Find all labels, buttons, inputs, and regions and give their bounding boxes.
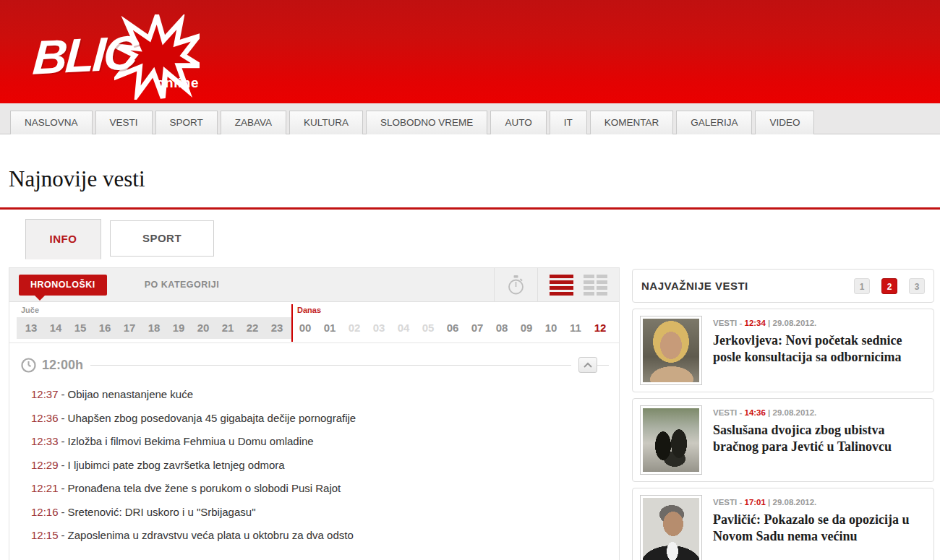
main-navigation: NASLOVNA VESTI SPORT ZABAVA KULTURA SLOB… <box>0 103 940 134</box>
hour-label: 00 <box>299 322 312 334</box>
timeline-hour[interactable]: 22 <box>240 317 265 339</box>
timeline-hour[interactable]: 08 <box>490 317 514 339</box>
news-title: Sretenović: DRI uskoro i u "Srbijagasu" <box>68 506 256 518</box>
timeline-hour[interactable]: 06 <box>440 317 465 339</box>
nav-item[interactable]: SLOBODNO VREME <box>366 111 487 134</box>
pagination-button[interactable]: 2 <box>881 278 897 294</box>
timeline-hour[interactable]: 13 <box>19 317 43 339</box>
hour-label: 21 <box>222 322 234 334</box>
news-separator: - <box>61 412 65 424</box>
latest-news-panel: HRONOLOŠKI PO KATEGORIJI <box>9 267 620 560</box>
timeline-hour[interactable]: 19 <box>166 317 191 339</box>
nav-item[interactable]: VESTI <box>95 111 153 134</box>
nav-item[interactable]: VIDEO <box>755 111 814 134</box>
news-title: Izložba i filmovi Bekima Fehmiua u Domu … <box>68 435 314 447</box>
news-item-link[interactable]: 12:16-Sretenović: DRI uskoro i u "Srbija… <box>31 506 619 519</box>
blic-logo[interactable]: BLIC online <box>33 16 207 95</box>
nav-item[interactable]: GALERIJA <box>676 111 752 134</box>
nav-item[interactable]: SPORT <box>155 111 218 134</box>
single-column-view-icon[interactable] <box>550 272 573 298</box>
sidebar-pagination: 1 2 3 <box>854 278 925 294</box>
sidebar-news-item[interactable]: VESTI - 17:01 | 29.08.2012. Pavličić: Po… <box>632 488 934 560</box>
timeline-hour[interactable]: 21 <box>215 317 240 339</box>
nav-item[interactable]: KULTURA <box>289 111 363 134</box>
nav-item-label: SPORT <box>170 117 203 128</box>
today-hours: 00 01 02 03 04 05 06 07 08 09 <box>293 317 612 339</box>
content-tab[interactable]: SPORT <box>110 220 214 257</box>
news-item-link[interactable]: 12:33-Izložba i filmovi Bekima Fehmiua u… <box>31 435 619 448</box>
meta-pipe-separator: | <box>768 498 770 507</box>
meta-dash-separator: - <box>739 319 742 327</box>
nav-item[interactable]: KOMENTAR <box>590 111 674 134</box>
timeline-hour[interactable]: 18 <box>142 317 166 339</box>
news-thumbnail-image <box>643 319 699 382</box>
news-headline-link[interactable]: Pavličić: Pokazalo se da opozicija u Nov… <box>713 512 926 545</box>
timeline-hour[interactable]: 11 <box>563 317 588 339</box>
nav-item[interactable]: AUTO <box>490 111 546 134</box>
news-meta: VESTI - 12:34 | 29.08.2012. <box>713 319 926 327</box>
nav-item[interactable]: NASLOVNA <box>10 111 93 134</box>
news-item-link[interactable]: 12:29-I ljubimci pate zbog završetka let… <box>31 459 619 472</box>
news-time: 12:33 <box>31 435 59 447</box>
logo-suffix-text: online <box>156 75 199 91</box>
news-thumbnail-image <box>643 498 699 560</box>
yesterday-label: Juče <box>17 306 291 317</box>
news-title: Obijao nenastanjene kuće <box>68 388 193 400</box>
pagination-button[interactable]: 3 <box>909 278 925 294</box>
nav-item[interactable]: IT <box>550 111 587 134</box>
stopwatch-icon[interactable] <box>506 275 526 296</box>
news-headline-link[interactable]: Jerkovljeva: Novi početak sednice posle … <box>713 332 926 366</box>
news-item-link[interactable]: 12:15-Zaposlenima u zdravstvu veća plata… <box>31 529 619 542</box>
news-time: 12:29 <box>31 459 59 471</box>
chronological-label: HRONOLOŠKI <box>30 280 95 290</box>
timeline-hour[interactable]: 17 <box>117 317 142 339</box>
news-headline-link[interactable]: Saslušana dvojica zbog ubistva bračnog p… <box>713 422 926 455</box>
news-category: VESTI <box>713 408 737 417</box>
timeline-hour[interactable]: 09 <box>514 317 539 339</box>
timeline-hour: 04 <box>391 317 416 339</box>
hour-label: 05 <box>422 322 435 334</box>
collapse-group-button[interactable] <box>578 357 597 373</box>
timer-cell <box>494 268 537 301</box>
hour-label: 09 <box>521 322 533 334</box>
hour-label: 19 <box>173 322 185 334</box>
timeline-hour[interactable]: 07 <box>465 317 490 339</box>
timeline-hour[interactable]: 01 <box>317 317 342 339</box>
sidebar-news-item[interactable]: VESTI - 14:36 | 29.08.2012. Saslušana dv… <box>632 398 934 482</box>
sidebar-item-body: VESTI - 14:36 | 29.08.2012. Saslušana dv… <box>713 405 926 475</box>
timeline-hour[interactable]: 12 <box>588 317 612 339</box>
hour-label: 04 <box>398 322 410 334</box>
view-toggle-cell <box>537 268 619 301</box>
hour-label: 08 <box>496 322 508 334</box>
content-tab[interactable]: INFO <box>25 219 101 259</box>
timeline-yesterday: Juče 13 14 15 16 17 18 19 20 <box>17 302 291 343</box>
chronological-view-button[interactable]: HRONOLOŠKI <box>19 275 107 296</box>
timeline-hour[interactable]: 00 <box>293 317 317 339</box>
timeline-hour[interactable]: 14 <box>43 317 68 339</box>
timeline-hour[interactable]: 23 <box>265 317 289 339</box>
meta-dash-separator: - <box>739 498 742 507</box>
today-label: Danas <box>293 306 612 317</box>
news-item-link[interactable]: 12:37-Obijao nenastanjene kuće <box>31 388 619 401</box>
news-date: 29.08.2012. <box>773 408 817 417</box>
sidebar-items: VESTI - 12:34 | 29.08.2012. Jerkovljeva:… <box>632 309 934 560</box>
pagination-button[interactable]: 1 <box>854 278 870 294</box>
news-thumbnail[interactable] <box>640 316 702 385</box>
meta-pipe-separator: | <box>768 408 770 417</box>
by-category-view-button[interactable]: PO KATEGORIJI <box>145 280 220 290</box>
news-item-link[interactable]: 12:36-Uhapšen zbog posedovanja 45 gigaba… <box>31 412 619 425</box>
news-thumbnail[interactable] <box>640 405 702 475</box>
news-item-link[interactable]: 12:21-Pronađena tela dve žene s porukom … <box>31 482 619 495</box>
hour-label: 15 <box>74 322 87 334</box>
timeline-hour[interactable]: 16 <box>93 317 117 339</box>
nav-item-label: VESTI <box>110 117 138 128</box>
nav-item[interactable]: ZABAVA <box>221 111 286 134</box>
nav-item-label: IT <box>564 117 573 128</box>
timeline-hour[interactable]: 15 <box>68 317 93 339</box>
timeline-hour[interactable]: 20 <box>191 317 215 339</box>
news-thumbnail[interactable] <box>640 495 702 560</box>
hour-label: 18 <box>148 322 161 334</box>
sidebar-news-item[interactable]: VESTI - 12:34 | 29.08.2012. Jerkovljeva:… <box>632 309 934 392</box>
timeline-hour[interactable]: 10 <box>539 317 563 339</box>
two-column-view-icon[interactable] <box>584 275 607 296</box>
